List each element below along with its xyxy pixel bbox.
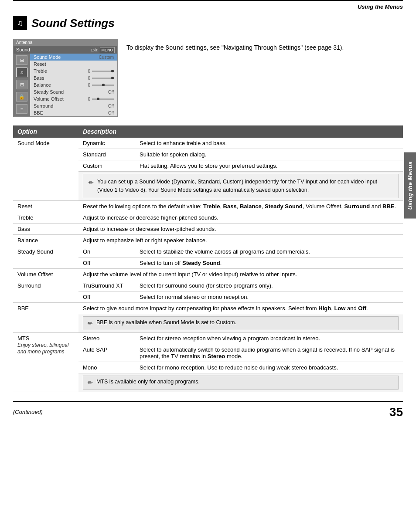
option-steadysound: Steady Sound [13, 246, 78, 268]
menu-option-soundmode: Sound Mode Custom [30, 54, 117, 61]
menu-option-reset: Reset [30, 61, 117, 68]
menu-exit-label: Exit: [91, 48, 99, 52]
note-box-soundmode: ✏ You can set up a Sound Mode (Dynamic, … [83, 174, 399, 198]
desc-balance: Adjust to emphasize left or right speake… [78, 234, 403, 246]
col-description-header: Description [78, 125, 403, 138]
desc-reset: Reset the following options to the defau… [78, 200, 403, 212]
menu-option-bbe: BBE Off [30, 109, 117, 116]
suboption-mono: Mono [78, 362, 135, 373]
note-soundmode: ✏ You can set up a Sound Mode (Dynamic, … [78, 172, 403, 201]
sound-inline: Sound [166, 44, 184, 51]
suboption-trusurround: TruSurround XT [78, 280, 135, 291]
page-title-row: ♫ Sound Settings [13, 16, 403, 30]
page-title: Sound Settings [31, 17, 115, 30]
menu-option-steadysound: Steady Sound Off [30, 88, 117, 95]
option-bass: Bass [13, 223, 78, 234]
desc-off-steady: Select to turn off Steady Sound. [135, 257, 403, 268]
desc-trusurround: Select for surround sound (for stereo pr… [135, 280, 403, 291]
option-surround: Surround [13, 280, 78, 302]
menu-exit-area: Exit: MENU [91, 47, 115, 52]
balance-slider [92, 85, 114, 86]
footer: (Continued) 35 [13, 401, 403, 423]
header-section-title: Using the Menus [0, 1, 416, 12]
menu-sound-header: Sound Exit: MENU [14, 46, 117, 54]
options-table: Option Description Sound Mode Dynamic Se… [13, 125, 403, 392]
table-row: Volume Offset Adjust the volume level of… [13, 268, 403, 280]
note-bbe: ✏ BBE is only available when Sound Mode … [78, 314, 403, 332]
table-row: BBE Select to give sound more impact by … [13, 302, 403, 314]
desc-bbe: Select to give sound more impact by comp… [78, 302, 403, 314]
desc-volumeoffset: Adjust the volume level of the current i… [78, 268, 403, 280]
option-bbe: BBE [13, 302, 78, 332]
table-row: Treble Adjust to increase or decrease hi… [13, 212, 403, 223]
desc-dynamic: Select to enhance treble and bass. [135, 138, 403, 149]
suboption-stereo: Stereo [78, 332, 135, 344]
menu-icon-channel: ⊟ [16, 80, 27, 89]
suboption-standard: Standard [78, 149, 135, 160]
treble-slider [92, 71, 114, 72]
intro-text: To display the Sound settings, see "Navi… [126, 39, 403, 117]
suboption-dynamic: Dynamic [78, 138, 135, 149]
table-row: Sound Mode Dynamic Select to enhance tre… [13, 138, 403, 149]
menu-option-treble: Treble 0 [30, 68, 117, 75]
menu-option-volumeoffset: Volume Offset 0 [30, 95, 117, 102]
desc-on-steady: Select to stabilize the volume across al… [135, 246, 403, 257]
menu-icon-lock: 🔒 [16, 92, 27, 102]
footer-page-number: 35 [389, 405, 403, 419]
desc-treble: Adjust to increase or decrease higher-pi… [78, 212, 403, 223]
menu-option-surround: Surround Off [30, 102, 117, 109]
desc-bass: Adjust to increase or decrease lower-pit… [78, 223, 403, 234]
desc-autosap: Select to automatically switch to second… [135, 344, 403, 362]
menu-option-bass: Bass 0 [30, 75, 117, 81]
menu-icon-col: ⊞ ♫ ⊟ 🔒 ≡ [14, 54, 30, 116]
table-row: MTS Enjoy stereo, bilingual and mono pro… [13, 332, 403, 344]
menu-antenna-bar: Antenna [14, 39, 117, 46]
suboption-off-steady: Off [78, 257, 135, 268]
note-text-soundmode: You can set up a Sound Mode (Dynamic, St… [97, 178, 393, 194]
table-row: Bass Adjust to increase or decrease lowe… [13, 223, 403, 234]
mts-subtitle: Enjoy stereo, bilingual and mono program… [17, 342, 68, 355]
desc-standard: Suitable for spoken dialog. [135, 149, 403, 160]
table-row: Balance Adjust to emphasize left or righ… [13, 234, 403, 246]
suboption-autosap: Auto SAP [78, 344, 135, 362]
note-pencil-icon-mts: ✏ [88, 378, 93, 387]
desc-custom: Flat setting. Allows you to store your p… [135, 160, 403, 172]
menu-screenshot: Antenna Sound Exit: MENU ⊞ ♫ ⊟ 🔒 ≡ [13, 39, 118, 117]
menu-icon-setup: ≡ [16, 104, 27, 114]
option-balance: Balance [13, 234, 78, 246]
desc-stereo: Select for stereo reception when viewing… [135, 332, 403, 344]
option-reset: Reset [13, 200, 78, 212]
option-mts: MTS Enjoy stereo, bilingual and mono pro… [13, 332, 78, 392]
desc-mono: Select for mono reception. Use to reduce… [135, 362, 403, 373]
volumeoffset-slider [92, 98, 114, 100]
footer-continued: (Continued) [13, 409, 43, 415]
music-note-icon: ♫ [13, 16, 27, 30]
option-treble: Treble [13, 212, 78, 223]
col-option-header: Option [13, 125, 78, 138]
note-mts: ✏ MTS is available only for analog progr… [78, 373, 403, 392]
menu-exit-menu: MENU [100, 47, 115, 53]
intro-section: Antenna Sound Exit: MENU ⊞ ♫ ⊟ 🔒 ≡ [13, 39, 403, 117]
option-volumeoffset: Volume Offset [13, 268, 78, 280]
sidebar-label: Using the Menus [404, 152, 416, 219]
menu-icons-row: ⊞ ♫ ⊟ 🔒 ≡ Sound Mode Custom Reset [14, 54, 117, 116]
menu-icon-picture: ⊞ [16, 55, 27, 65]
note-text-bbe: BBE is only available when Sound Mode is… [96, 319, 236, 327]
note-pencil-icon: ✏ [89, 178, 94, 187]
bass-slider [92, 78, 114, 79]
menu-option-balance: Balance 0 [30, 81, 117, 88]
table-row: Surround TruSurround XT Select for surro… [13, 280, 403, 291]
suboption-on: On [78, 246, 135, 257]
table-row: Reset Reset the following options to the… [13, 200, 403, 212]
desc-off-surround: Select for normal stereo or mono recepti… [135, 291, 403, 302]
note-text-mts: MTS is available only for analog program… [96, 378, 200, 386]
note-pencil-icon-bbe: ✏ [88, 319, 93, 328]
menu-options-col: Sound Mode Custom Reset Treble 0 Bass 0 [30, 54, 117, 116]
note-highlight-bbe: ✏ BBE is only available when Sound Mode … [83, 316, 399, 330]
main-content: ♫ Sound Settings Antenna Sound Exit: MEN… [0, 16, 416, 392]
menu-sound-label: Sound [16, 47, 30, 52]
table-header-row: Option Description [13, 125, 403, 138]
suboption-off-surround: Off [78, 291, 135, 302]
note-highlight-mts: ✏ MTS is available only for analog progr… [83, 376, 399, 390]
option-soundmode: Sound Mode [13, 138, 78, 200]
